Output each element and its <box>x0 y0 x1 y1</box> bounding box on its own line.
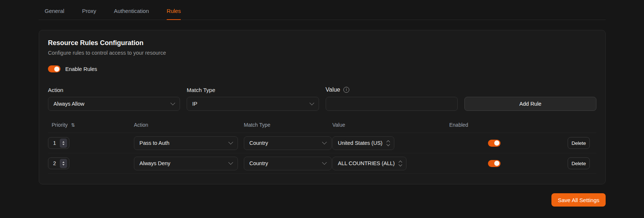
chevron-down-icon <box>309 101 314 105</box>
delete-cell: Delete <box>568 157 596 169</box>
row-value-text: United States (US) <box>338 140 382 146</box>
priority-cell: 1 <box>48 137 134 149</box>
priority-value: 2 <box>53 160 56 166</box>
priority-value: 1 <box>53 140 56 146</box>
value-input[interactable] <box>326 97 458 111</box>
row-action-value: Pass to Auth <box>139 140 169 146</box>
chevron-down-icon <box>322 140 327 144</box>
match-type-select[interactable]: IP <box>187 97 319 111</box>
row-action-select[interactable]: Pass to Auth <box>134 136 238 150</box>
toggle-knob <box>494 161 499 166</box>
action-header: Action <box>134 122 244 128</box>
chevron-down-icon <box>228 140 233 144</box>
save-all-settings-button[interactable]: Save All Settings <box>551 193 606 207</box>
action-field: Action Always Allow <box>48 87 180 111</box>
match-type-label: Match Type <box>187 87 319 93</box>
chevron-down-icon <box>170 101 175 105</box>
add-rule-button[interactable]: Add Rule <box>464 97 596 111</box>
table-row: 2 Always Deny Country <box>48 153 596 174</box>
action-cell: Pass to Auth <box>134 136 244 150</box>
row-enabled-toggle[interactable] <box>488 160 501 167</box>
toggle-knob <box>54 67 59 72</box>
page-subtitle: Configure rules to control access to you… <box>48 50 596 56</box>
footer-actions: Save All Settings <box>39 193 606 207</box>
add-rule-field: Add Rule <box>464 97 596 111</box>
action-label: Action <box>48 87 180 93</box>
row-action-select[interactable]: Always Deny <box>134 157 238 170</box>
stepper-arrows-icon[interactable] <box>60 139 67 148</box>
row-enabled-toggle[interactable] <box>488 140 501 147</box>
chevron-down-icon <box>322 160 327 165</box>
row-value-select[interactable]: ALL COUNTRIES (ALL) <box>332 157 406 170</box>
enabled-cell <box>449 140 568 147</box>
stepper-arrows-icon[interactable] <box>60 159 67 168</box>
action-cell: Always Deny <box>134 157 244 170</box>
sort-icon[interactable]: ⇅ <box>71 122 75 128</box>
tab-rules[interactable]: Rules <box>167 8 181 20</box>
up-down-caret-icon <box>387 141 389 146</box>
match-type-field: Match Type IP <box>187 87 319 111</box>
match-type-cell: Country <box>244 157 332 170</box>
settings-page: General Proxy Authentication Rules Resou… <box>39 0 606 207</box>
row-match-type-value: Country <box>249 140 268 146</box>
row-action-value: Always Deny <box>139 160 170 166</box>
value-label: Value i <box>326 86 458 93</box>
value-header: Value <box>332 122 449 128</box>
info-icon[interactable]: i <box>343 87 349 93</box>
row-value-text: ALL COUNTRIES (ALL) <box>338 160 395 166</box>
match-type-cell: Country <box>244 136 332 150</box>
table-header-row: Priority ⇅ Action Match Type Value Enabl… <box>48 122 596 133</box>
enable-rules-row: Enable Rules <box>48 65 596 72</box>
table-row: 1 Pass to Auth Country <box>48 133 596 153</box>
row-value-select[interactable]: United States (US) <box>332 136 394 150</box>
page-title: Resource Rules Configuration <box>48 39 596 47</box>
enabled-cell <box>449 160 568 167</box>
row-match-type-select[interactable]: Country <box>244 136 332 150</box>
priority-stepper[interactable]: 1 <box>48 137 69 149</box>
match-type-select-value: IP <box>192 101 197 107</box>
priority-header-label: Priority <box>52 122 68 128</box>
enable-rules-label: Enable Rules <box>65 66 97 72</box>
tab-proxy[interactable]: Proxy <box>82 8 96 20</box>
resource-rules-panel: Resource Rules Configuration Configure r… <box>39 30 606 184</box>
add-rule-form: Action Always Allow Match Type IP Value … <box>48 86 596 111</box>
enable-rules-toggle[interactable] <box>48 65 60 72</box>
rules-table: Priority ⇅ Action Match Type Value Enabl… <box>48 122 596 174</box>
tab-authentication[interactable]: Authentication <box>114 8 149 20</box>
action-select-value: Always Allow <box>53 101 84 107</box>
chevron-down-icon <box>228 160 233 165</box>
value-cell: United States (US) <box>332 136 449 150</box>
priority-cell: 2 <box>48 157 134 169</box>
enabled-header: Enabled <box>449 122 568 128</box>
tab-bar: General Proxy Authentication Rules <box>39 0 606 20</box>
priority-stepper[interactable]: 2 <box>48 157 69 169</box>
priority-header[interactable]: Priority ⇅ <box>48 122 134 128</box>
value-label-text: Value <box>326 86 340 93</box>
up-down-caret-icon <box>399 161 402 166</box>
row-match-type-value: Country <box>249 160 268 166</box>
match-type-header: Match Type <box>244 122 332 128</box>
value-cell: ALL COUNTRIES (ALL) <box>332 157 449 170</box>
toggle-knob <box>494 140 499 146</box>
delete-cell: Delete <box>568 137 596 149</box>
tab-general[interactable]: General <box>45 8 64 20</box>
delete-button[interactable]: Delete <box>568 157 590 169</box>
row-match-type-select[interactable]: Country <box>244 157 332 170</box>
value-field: Value i <box>326 86 458 111</box>
action-select[interactable]: Always Allow <box>48 97 180 111</box>
delete-button[interactable]: Delete <box>568 137 590 149</box>
